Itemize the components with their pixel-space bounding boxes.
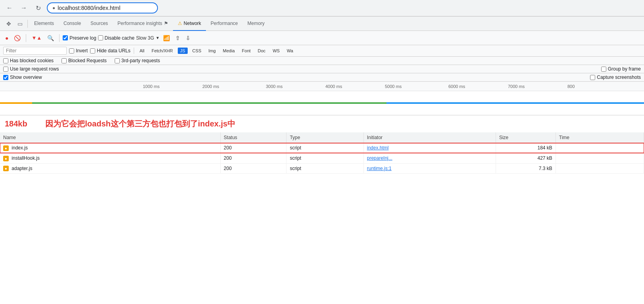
tab-network[interactable]: ⚠ Network — [173, 17, 206, 31]
tab-performance[interactable]: Performance — [206, 17, 243, 31]
blocked-requests-label[interactable]: Blocked Requests — [62, 58, 107, 63]
record-button[interactable]: ● — [3, 34, 10, 42]
blocked-requests-checkbox[interactable] — [62, 58, 67, 63]
search-button[interactable]: 🔍 — [45, 34, 56, 42]
throttle-label: Slow 3G — [136, 35, 154, 41]
filter-type-css[interactable]: CSS — [190, 48, 204, 54]
preserve-log-checkbox[interactable] — [63, 35, 68, 40]
col-header-name[interactable]: Name — [0, 132, 220, 143]
reload-button[interactable]: ↻ — [33, 2, 44, 13]
row-status-indexjs: 200 — [220, 143, 286, 153]
network-table-container[interactable]: Name Status Type Initiator Size Time ■ i… — [0, 132, 644, 301]
preserve-log-label[interactable]: Preserve log — [63, 35, 96, 41]
col-header-initiator[interactable]: Initiator — [363, 132, 496, 143]
timeline-area: 1000 ms 2000 ms 3000 ms 4000 ms 5000 ms … — [0, 82, 644, 115]
back-button[interactable]: ← — [4, 2, 15, 13]
tab-memory[interactable]: Memory — [243, 17, 269, 31]
filter-row: Invert Hide data URLs All Fetch/XHR JS C… — [0, 45, 644, 57]
col-header-status[interactable]: Status — [220, 132, 286, 143]
row-time-installhookjs — [556, 153, 644, 163]
network-toolbar: ● 🚫 ▼▲ 🔍 Preserve log Disable cache Slow… — [0, 31, 644, 45]
invert-checkbox[interactable] — [69, 48, 74, 54]
cursor-tab[interactable]: ✥ — [3, 17, 14, 31]
clear-button[interactable]: 🚫 — [12, 34, 23, 42]
col-header-time[interactable]: Time — [556, 132, 644, 143]
network-table: Name Status Type Initiator Size Time ■ i… — [0, 132, 644, 174]
tick-2000: 2000 ms — [202, 84, 219, 89]
tab-performance-insights[interactable]: Performance insights ⚑ — [113, 17, 173, 31]
has-blocked-cookies-checkbox[interactable] — [3, 58, 8, 63]
invert-label[interactable]: Invert — [69, 48, 88, 54]
large-rows-checkbox[interactable] — [3, 67, 8, 72]
tab-separator — [27, 20, 28, 28]
forward-button[interactable]: → — [18, 2, 29, 13]
browser-topbar: ← → ↻ ● — [0, 0, 644, 16]
tick-5000: 5000 ms — [385, 84, 402, 89]
row-type-adapterjs: script — [286, 163, 363, 174]
filter-type-font[interactable]: Font — [240, 48, 253, 54]
tick-4000: 4000 ms — [325, 84, 342, 89]
browser-chrome: ← → ↻ ● — [0, 0, 644, 16]
filter-type-fetch-xhr[interactable]: Fetch/XHR — [149, 48, 175, 54]
download-button[interactable]: ⇩ — [184, 34, 192, 42]
row-size-installhookjs: 427 kB — [496, 153, 556, 163]
timeline-bar — [0, 102, 644, 104]
show-overview-label[interactable]: Show overview — [3, 75, 42, 80]
filter-type-all[interactable]: All — [137, 48, 147, 54]
row-initiator-installhookjs[interactable]: prepareInj... — [363, 153, 496, 163]
tick-1000: 1000 ms — [143, 84, 160, 89]
tick-6000: 6000 ms — [448, 84, 465, 89]
tick-3000: 3000 ms — [266, 84, 283, 89]
filter-type-ws[interactable]: WS — [270, 48, 282, 54]
col-header-size[interactable]: Size — [496, 132, 556, 143]
col-header-type[interactable]: Type — [286, 132, 363, 143]
wifi-icon-button[interactable]: 📶 — [161, 34, 172, 42]
has-blocked-cookies-label[interactable]: Has blocked cookies — [3, 58, 54, 63]
show-overview-checkbox[interactable] — [3, 75, 8, 80]
row-type-installhookjs: script — [286, 153, 363, 163]
table-row[interactable]: ■ adapter.js 200 script runtime.js:1 7.3… — [0, 163, 644, 174]
row-status-installhookjs: 200 — [220, 153, 286, 163]
filter-type-img[interactable]: Img — [206, 48, 218, 54]
row-time-indexjs — [556, 143, 644, 153]
row-name-installhookjs: ■ installHook.js — [0, 153, 220, 163]
file-icon-indexjs: ■ — [3, 145, 9, 151]
url-input[interactable] — [58, 5, 152, 11]
row-size-indexjs: 184 kB — [496, 143, 556, 153]
tab-console[interactable]: Console — [59, 17, 86, 31]
row-name-adapterjs: ■ adapter.js — [0, 163, 220, 174]
group-by-frame-label[interactable]: Group by frame — [601, 66, 641, 72]
annotation-description: 因为它会把loadsh这个第三方包也打包到了index.js中 — [45, 119, 235, 128]
throttle-dropdown-icon: ▼ — [156, 36, 160, 40]
table-row[interactable]: ■ installHook.js 200 script prepareInj..… — [0, 153, 644, 163]
filter-type-media[interactable]: Media — [221, 48, 237, 54]
tab-elements[interactable]: Elements — [29, 17, 59, 31]
third-party-checkbox[interactable] — [115, 58, 120, 63]
address-bar: ● — [47, 2, 158, 13]
row-type-indexjs: script — [286, 143, 363, 153]
dock-tab[interactable]: ▭ — [14, 17, 26, 31]
hide-data-urls-checkbox[interactable] — [90, 48, 95, 54]
timeline-graph — [0, 91, 644, 115]
filter-type-doc[interactable]: Doc — [256, 48, 268, 54]
filter-input[interactable] — [3, 47, 67, 55]
filter-type-wa[interactable]: Wa — [285, 48, 296, 54]
table-row[interactable]: ■ index.js 200 script index.html 184 kB — [0, 143, 644, 153]
disable-cache-checkbox[interactable] — [98, 35, 103, 40]
capture-screenshots-checkbox[interactable] — [590, 75, 595, 80]
capture-screenshots-label[interactable]: Capture screenshots — [590, 75, 641, 80]
third-party-label[interactable]: 3rd-party requests — [115, 58, 160, 63]
row-status-adapterjs: 200 — [220, 163, 286, 174]
filter-funnel-button[interactable]: ▼▲ — [29, 34, 44, 42]
upload-button[interactable]: ⇧ — [173, 34, 182, 42]
group-by-frame-checkbox[interactable] — [601, 67, 606, 72]
hide-data-urls-label[interactable]: Hide data URLs — [90, 48, 131, 54]
options-row-3: Show overview Capture screenshots — [0, 73, 644, 82]
filter-type-js[interactable]: JS — [178, 48, 188, 54]
row-initiator-adapterjs[interactable]: runtime.js:1 — [363, 163, 496, 174]
disable-cache-label[interactable]: Disable cache — [98, 35, 135, 41]
large-rows-label[interactable]: Use large request rows — [3, 66, 59, 72]
annotation-overlay: 184kb 因为它会把loadsh这个第三方包也打包到了index.js中 — [0, 115, 644, 132]
tab-sources[interactable]: Sources — [86, 17, 113, 31]
row-initiator-indexjs[interactable]: index.html — [363, 143, 496, 153]
